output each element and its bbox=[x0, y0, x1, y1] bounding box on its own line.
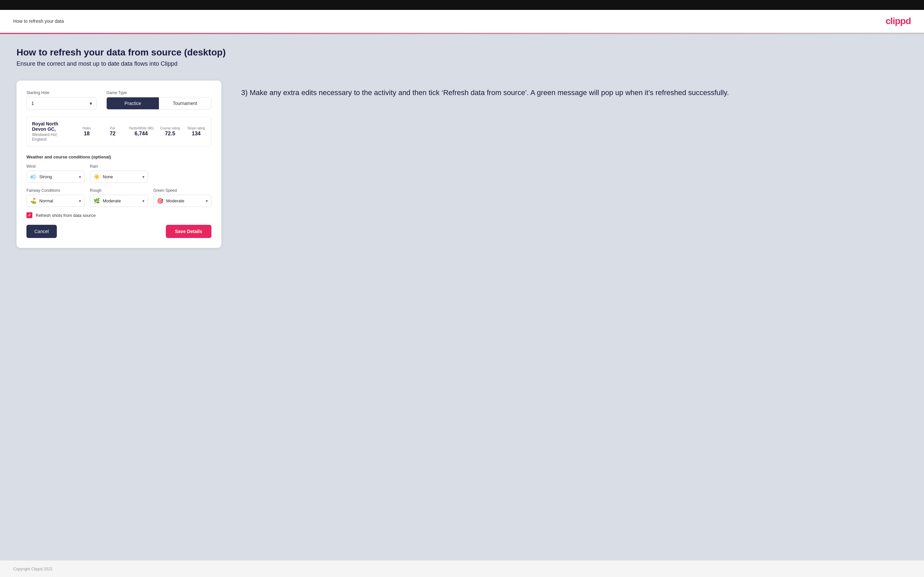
tournament-button[interactable]: Tournament bbox=[159, 97, 211, 109]
green-speed-label: Green Speed bbox=[153, 188, 212, 193]
par-label: Par bbox=[110, 126, 115, 130]
wind-icon: 💨 bbox=[30, 174, 37, 180]
green-speed-field: Green Speed 🎯 Moderate ▾ bbox=[153, 188, 212, 207]
holes-stat: Holes 18 bbox=[77, 126, 96, 137]
refresh-checkbox-row: Refresh shots from data source bbox=[26, 212, 212, 218]
practice-button[interactable]: Practice bbox=[107, 97, 159, 109]
description-col: 3) Make any extra edits necessary to the… bbox=[241, 81, 908, 98]
save-button[interactable]: Save Details bbox=[166, 225, 212, 238]
starting-hole-group: Starting Hole 1 10 ▾ bbox=[26, 90, 97, 110]
main-content: How to refresh your data from source (de… bbox=[0, 34, 924, 561]
starting-hole-select[interactable]: 1 10 bbox=[27, 97, 96, 109]
wind-value: Strong bbox=[39, 174, 76, 179]
par-value: 72 bbox=[110, 131, 116, 137]
game-type-toggle: Practice Tournament bbox=[107, 97, 212, 110]
holes-value: 18 bbox=[84, 131, 90, 137]
fairway-value: Normal bbox=[39, 198, 76, 203]
green-speed-icon: 🎯 bbox=[157, 198, 163, 204]
top-bar bbox=[0, 0, 924, 10]
wind-rain-row: Wind 💨 Strong ▾ Rain ☀️ None ▾ bbox=[26, 164, 212, 183]
page-subheading: Ensure the correct and most up to date d… bbox=[16, 60, 908, 67]
holes-label: Holes bbox=[82, 126, 91, 130]
fairway-field: Fairway Conditions ⛳ Normal ▾ bbox=[26, 188, 84, 207]
rain-chevron-icon: ▾ bbox=[142, 175, 144, 179]
wind-field: Wind 💨 Strong ▾ bbox=[26, 164, 84, 183]
wind-select[interactable]: 💨 Strong ▾ bbox=[26, 171, 84, 183]
starting-hole-label: Starting Hole bbox=[26, 90, 97, 95]
par-stat: Par 72 bbox=[103, 126, 122, 137]
yards-label: Yards/White (M)) bbox=[129, 126, 153, 130]
yards-value: 6,744 bbox=[134, 131, 148, 137]
rough-icon: 🌿 bbox=[94, 198, 100, 204]
description-text: 3) Make any extra edits necessary to the… bbox=[241, 87, 908, 98]
rough-label: Rough bbox=[90, 188, 148, 193]
slope-rating-value: 134 bbox=[192, 131, 201, 137]
footer-copyright: Copyright Clippd 2022 bbox=[13, 567, 53, 571]
rough-value: Moderate bbox=[103, 198, 140, 203]
rough-chevron-icon: ▾ bbox=[142, 199, 144, 203]
green-speed-chevron-icon: ▾ bbox=[206, 199, 208, 203]
rain-label: Rain bbox=[90, 164, 148, 169]
footer: Copyright Clippd 2022 bbox=[0, 561, 924, 577]
logo: clippd bbox=[886, 16, 911, 26]
course-name: Royal North Devon GC, bbox=[32, 121, 70, 132]
form-card: Starting Hole 1 10 ▾ Game Type Practice bbox=[16, 81, 221, 248]
page-heading: How to refresh your data from source (de… bbox=[16, 47, 908, 58]
header: How to refresh your data clippd bbox=[0, 10, 924, 33]
rain-field: Rain ☀️ None ▾ bbox=[90, 164, 148, 183]
refresh-checkbox[interactable] bbox=[26, 212, 32, 218]
action-buttons: Cancel Save Details bbox=[26, 225, 212, 238]
wind-label: Wind bbox=[26, 164, 84, 169]
cancel-button[interactable]: Cancel bbox=[26, 225, 57, 238]
fairway-select[interactable]: ⛳ Normal ▾ bbox=[26, 195, 84, 207]
game-type-label: Game Type bbox=[107, 90, 212, 95]
course-name-col: Royal North Devon GC, Westward Ho!, Engl… bbox=[32, 121, 70, 142]
fairway-chevron-icon: ▾ bbox=[79, 199, 81, 203]
rain-select[interactable]: ☀️ None ▾ bbox=[90, 171, 148, 183]
header-title: How to refresh your data bbox=[13, 18, 64, 24]
weather-section-heading: Weather and course conditions (optional) bbox=[26, 155, 212, 160]
fairway-icon: ⛳ bbox=[30, 198, 37, 204]
wind-chevron-icon: ▾ bbox=[79, 175, 81, 179]
rain-icon: ☀️ bbox=[94, 174, 100, 180]
fairway-label: Fairway Conditions bbox=[26, 188, 84, 193]
course-rating-value: 72.5 bbox=[165, 131, 175, 137]
empty-field bbox=[153, 164, 212, 183]
rough-field: Rough 🌿 Moderate ▾ bbox=[90, 188, 148, 207]
game-type-group: Game Type Practice Tournament bbox=[107, 90, 212, 110]
form-top-row: Starting Hole 1 10 ▾ Game Type Practice bbox=[26, 90, 212, 110]
course-location: Westward Ho!, England bbox=[32, 132, 70, 142]
rain-value: None bbox=[103, 174, 140, 179]
course-info-row: Royal North Devon GC, Westward Ho!, Engl… bbox=[26, 116, 212, 147]
course-rating-label: Course rating bbox=[160, 126, 180, 130]
slope-rating-label: Slope rating bbox=[187, 126, 205, 130]
course-rating-stat: Course rating 72.5 bbox=[160, 126, 180, 137]
green-speed-select[interactable]: 🎯 Moderate ▾ bbox=[153, 195, 212, 207]
green-speed-value: Moderate bbox=[166, 198, 203, 203]
slope-rating-stat: Slope rating 134 bbox=[187, 126, 206, 137]
refresh-label: Refresh shots from data source bbox=[36, 213, 95, 218]
rough-select[interactable]: 🌿 Moderate ▾ bbox=[90, 195, 148, 207]
fairway-rough-green-row: Fairway Conditions ⛳ Normal ▾ Rough 🌿 Mo… bbox=[26, 188, 212, 207]
starting-hole-select-wrapper[interactable]: 1 10 ▾ bbox=[26, 97, 97, 110]
yards-stat: Yards/White (M)) 6,744 bbox=[129, 126, 153, 137]
content-row: Starting Hole 1 10 ▾ Game Type Practice bbox=[16, 81, 908, 248]
